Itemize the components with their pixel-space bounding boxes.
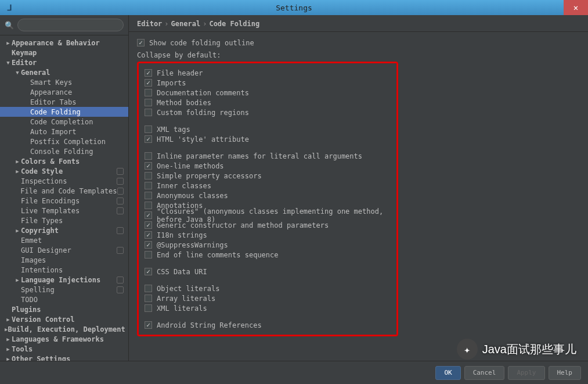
- tree-item[interactable]: GUI Designer: [0, 245, 128, 255]
- checkbox[interactable]: [145, 192, 152, 199]
- tree-item[interactable]: Colors & Fonts: [0, 156, 128, 166]
- checkbox[interactable]: [145, 241, 152, 249]
- checkbox-row[interactable]: Anonymous classes: [145, 191, 391, 200]
- checkbox[interactable]: [145, 295, 152, 302]
- checkbox[interactable]: [145, 321, 152, 329]
- checkbox-row[interactable]: Method bodies: [145, 98, 391, 107]
- tree-item[interactable]: Plugins: [0, 304, 128, 314]
- checkbox-label: @SuppressWarnings: [157, 241, 228, 249]
- tree-item[interactable]: File Types: [0, 216, 128, 225]
- checkbox-row[interactable]: Custom folding regions: [145, 107, 391, 117]
- tree-item[interactable]: Spelling: [0, 285, 128, 295]
- checkbox-row[interactable]: I18n strings: [145, 230, 391, 240]
- checkbox[interactable]: [145, 89, 152, 96]
- checkbox-row[interactable]: End of line comments sequence: [145, 250, 391, 260]
- checkbox[interactable]: [145, 152, 152, 160]
- checkbox[interactable]: [145, 285, 152, 292]
- tree-item[interactable]: TODO: [0, 295, 128, 304]
- checkbox[interactable]: [145, 172, 152, 180]
- tree-item[interactable]: Keymap: [0, 48, 128, 58]
- checkbox-row[interactable]: HTML 'style' attribute: [145, 134, 391, 144]
- tree-arrow-icon[interactable]: [5, 40, 12, 46]
- checkbox[interactable]: [145, 221, 152, 229]
- cancel-button[interactable]: Cancel: [464, 366, 505, 380]
- checkbox[interactable]: [145, 182, 152, 189]
- tree-item[interactable]: File and Code Templates: [0, 186, 128, 196]
- tree-item[interactable]: Language Injections: [0, 275, 128, 285]
- checkbox-row[interactable]: XML tags: [145, 124, 391, 134]
- checkbox[interactable]: [145, 135, 152, 143]
- apply-button[interactable]: Apply: [508, 366, 544, 380]
- tree-item[interactable]: File Encodings: [0, 196, 128, 206]
- checkbox[interactable]: [145, 202, 152, 209]
- checkbox-row[interactable]: Android String References: [145, 320, 391, 330]
- tree-arrow-icon[interactable]: [5, 356, 12, 361]
- tree-arrow-icon[interactable]: [14, 168, 21, 174]
- checkbox[interactable]: [145, 162, 152, 170]
- checkbox[interactable]: [145, 109, 152, 116]
- checkbox[interactable]: [137, 39, 145, 46]
- tree-arrow-icon[interactable]: [14, 277, 21, 283]
- tree-item[interactable]: Version Control: [0, 314, 128, 324]
- tree-item[interactable]: General: [0, 67, 128, 77]
- checkbox-row[interactable]: Inline parameter names for literal call …: [145, 151, 391, 161]
- tree-arrow-icon[interactable]: [5, 346, 12, 352]
- tree-arrow-icon[interactable]: [14, 228, 21, 234]
- checkbox-row[interactable]: CSS Data URI: [145, 267, 391, 277]
- checkbox-row[interactable]: Imports: [145, 78, 391, 88]
- checkbox[interactable]: [145, 79, 152, 87]
- tree-item[interactable]: Other Settings: [0, 354, 128, 361]
- tree-item[interactable]: Console Folding: [0, 146, 128, 156]
- tree-arrow-icon[interactable]: [5, 60, 12, 66]
- checkbox-row[interactable]: Documentation comments: [145, 88, 391, 98]
- checkbox[interactable]: [145, 211, 152, 219]
- tree-arrow-icon[interactable]: [5, 317, 12, 322]
- tree-item[interactable]: Tools: [0, 344, 128, 354]
- checkbox-row[interactable]: One-line methods: [145, 161, 391, 171]
- tree-item[interactable]: Appearance: [0, 87, 128, 97]
- search-input[interactable]: [17, 19, 124, 31]
- checkbox-row[interactable]: Object literals: [145, 283, 391, 293]
- checkbox[interactable]: [145, 69, 152, 77]
- checkbox[interactable]: [145, 268, 152, 275]
- show-outline-row[interactable]: Show code folding outline: [137, 38, 580, 48]
- close-button[interactable]: ✕: [564, 0, 588, 15]
- tree-item[interactable]: Postfix Completion: [0, 137, 128, 146]
- tree-arrow-icon[interactable]: [5, 336, 12, 342]
- tree-item[interactable]: Build, Execution, Deployment: [0, 324, 128, 334]
- tree-item[interactable]: Code Completion: [0, 117, 128, 127]
- tree-item[interactable]: Inspections: [0, 176, 128, 186]
- checkbox-row[interactable]: @SuppressWarnings: [145, 240, 391, 250]
- checkbox[interactable]: [145, 251, 152, 259]
- settings-tree[interactable]: Appearance & BehaviorKeymapEditorGeneral…: [0, 35, 128, 361]
- checkbox[interactable]: [145, 99, 152, 106]
- checkbox-row[interactable]: Simple property accessors: [145, 171, 391, 181]
- tree-arrow-icon[interactable]: [14, 70, 21, 76]
- tree-item[interactable]: Code Style: [0, 166, 128, 176]
- tree-label: Build, Execution, Deployment: [8, 325, 125, 333]
- checkbox-row[interactable]: Inner classes: [145, 181, 391, 191]
- tree-item[interactable]: Code Folding: [0, 107, 128, 117]
- tree-item[interactable]: Copyright: [0, 225, 128, 235]
- tree-arrow-icon[interactable]: [14, 159, 21, 164]
- checkbox[interactable]: [145, 304, 152, 312]
- tree-item[interactable]: Editor Tabs: [0, 97, 128, 107]
- checkbox[interactable]: [145, 231, 152, 239]
- tree-item[interactable]: Smart Keys: [0, 77, 128, 87]
- checkbox-row[interactable]: File header: [145, 68, 391, 78]
- tree-item[interactable]: Emmet: [0, 235, 128, 245]
- ok-button[interactable]: OK: [435, 366, 460, 380]
- tree-item[interactable]: Appearance & Behavior: [0, 38, 128, 48]
- checkbox-row[interactable]: Array literals: [145, 293, 391, 303]
- checkbox-row[interactable]: "Closures" (anonymous classes implementi…: [145, 210, 391, 220]
- tree-item[interactable]: Languages & Frameworks: [0, 334, 128, 344]
- checkbox-label: Documentation comments: [157, 89, 249, 97]
- help-button[interactable]: Help: [549, 366, 582, 380]
- tree-item[interactable]: Intentions: [0, 265, 128, 275]
- tree-item[interactable]: Live Templates: [0, 206, 128, 216]
- tree-item[interactable]: Editor: [0, 58, 128, 67]
- checkbox-row[interactable]: XML literals: [145, 303, 391, 313]
- checkbox[interactable]: [145, 125, 152, 133]
- tree-item[interactable]: Auto Import: [0, 127, 128, 137]
- tree-item[interactable]: Images: [0, 255, 128, 265]
